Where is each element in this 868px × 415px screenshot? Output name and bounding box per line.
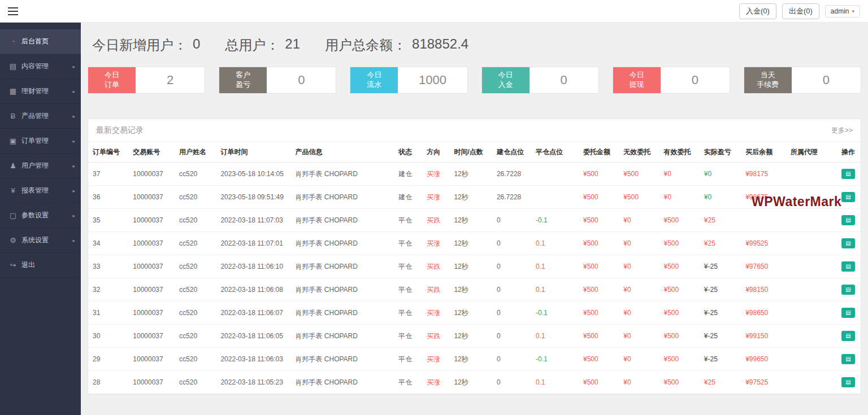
sidebar-menu: ◔后台首页▤内容管理▸▦理财管理▸Ƀ产品管理▸▣订单管理▸♟用户管理▸¥报表管理… xyxy=(0,29,81,278)
sidebar-item-home[interactable]: ◔后台首页 xyxy=(0,29,81,54)
view-order-button[interactable]: ▤ xyxy=(841,354,855,364)
stat-card-value: 0 xyxy=(530,67,598,93)
view-order-button[interactable]: ▤ xyxy=(841,238,855,248)
cell-status: 平仓 xyxy=(394,278,422,302)
cell-status: 平仓 xyxy=(394,255,422,278)
stat-card-today-flow: 今日流水1000 xyxy=(350,67,467,94)
cell-balance: ¥99525 xyxy=(741,232,786,255)
summary-label: 总用户： xyxy=(225,36,279,54)
cell-account: 10000037 xyxy=(128,163,175,186)
view-order-button[interactable]: ▤ xyxy=(841,192,855,202)
cell-balance: ¥97525 xyxy=(741,371,786,394)
cell-name: cc520 xyxy=(175,163,216,186)
view-order-button[interactable]: ▤ xyxy=(841,308,855,318)
cell-status: 平仓 xyxy=(394,348,422,371)
cell-valid-amount: ¥500 xyxy=(659,371,700,394)
view-order-button[interactable]: ▤ xyxy=(841,169,855,179)
stat-card-value: 0 xyxy=(661,67,730,93)
cell-close-point: -0.1 xyxy=(531,348,579,371)
cell-id: 34 xyxy=(88,232,128,255)
cell-amount: ¥500 xyxy=(579,278,619,302)
stat-card-label: 今日提现 xyxy=(613,67,661,93)
topbar: 入金(0) 出金(0) admin ▾ xyxy=(0,0,868,23)
summary-stat-total-users: 总用户：21 xyxy=(225,36,300,54)
sidebar-item-report[interactable]: ¥报表管理▸ xyxy=(0,178,81,203)
dashboard-icon: ◔ xyxy=(8,37,18,46)
stat-card-label: 当天手续费 xyxy=(744,67,792,93)
cell-valid-amount: ¥500 xyxy=(659,232,700,255)
more-link[interactable]: 更多>> xyxy=(831,126,853,136)
user-menu[interactable]: admin ▾ xyxy=(825,5,860,18)
cell-direction: 买涨 xyxy=(422,348,449,371)
column-header: 用户姓名 xyxy=(175,142,216,163)
withdraw-button[interactable]: 出金(0) xyxy=(782,3,819,19)
cell-time: 2022-03-18 11:07:03 xyxy=(216,209,290,232)
cell-time: 2022-03-18 11:06:10 xyxy=(216,255,290,278)
summary-value: 0 xyxy=(193,36,200,54)
menu-toggle-icon[interactable] xyxy=(8,7,19,15)
column-header: 无效委托 xyxy=(619,142,659,163)
cell-valid-amount: ¥500 xyxy=(659,348,700,371)
cell-amount: ¥500 xyxy=(579,163,619,186)
cell-duration: 12秒 xyxy=(449,255,492,278)
chevron-right-icon: ▸ xyxy=(72,163,75,169)
cell-product: 肖邦手表 CHOPARD xyxy=(291,209,394,232)
cell-amount: ¥500 xyxy=(579,325,619,348)
cell-operation: ▤ xyxy=(837,163,861,186)
sidebar-item-content[interactable]: ▤内容管理▸ xyxy=(0,54,81,79)
cell-status: 平仓 xyxy=(394,209,422,232)
cell-valid-amount: ¥500 xyxy=(659,302,700,325)
view-order-button[interactable]: ▤ xyxy=(841,331,855,341)
cell-invalid-amount: ¥0 xyxy=(619,325,659,348)
cell-name: cc520 xyxy=(175,302,216,325)
cell-invalid-amount: ¥0 xyxy=(619,209,659,232)
stat-card-label: 客户盈亏 xyxy=(219,67,267,93)
cell-operation: ▤ xyxy=(837,209,861,232)
deposit-button[interactable]: 入金(0) xyxy=(739,3,776,19)
cell-close-point: 0.1 xyxy=(531,371,579,394)
stat-card-label-line2: 流水 xyxy=(367,80,381,90)
view-order-button[interactable]: ▤ xyxy=(841,215,855,225)
sidebar-item-params[interactable]: ▢参数设置▸ xyxy=(0,203,81,228)
sidebar-item-system[interactable]: ⚙系统设置▸ xyxy=(0,228,81,253)
cell-account: 10000037 xyxy=(128,255,175,278)
cell-name: cc520 xyxy=(175,186,216,209)
table-row: 3110000037cc5202022-03-18 11:06:07肖邦手表 C… xyxy=(88,302,861,325)
cell-open-point: 0 xyxy=(492,278,531,302)
user-menu-label: admin xyxy=(831,7,849,15)
stat-card-label-line1: 今日 xyxy=(367,71,381,80)
sidebar-item-finance[interactable]: ▦理财管理▸ xyxy=(0,79,81,104)
yen-icon: ¥ xyxy=(8,186,18,195)
view-order-button[interactable]: ▤ xyxy=(841,377,855,387)
cell-invalid-amount: ¥0 xyxy=(619,232,659,255)
view-order-button[interactable]: ▤ xyxy=(841,285,855,295)
summary-value: 818852.4 xyxy=(412,36,468,54)
view-order-button[interactable]: ▤ xyxy=(841,261,855,272)
cell-operation: ▤ xyxy=(837,278,861,302)
sidebar-item-user[interactable]: ♟用户管理▸ xyxy=(0,154,81,178)
stat-card-today-deposit: 今日入金0 xyxy=(481,67,599,94)
cell-id: 32 xyxy=(88,278,128,302)
chevron-right-icon: ▸ xyxy=(72,188,75,194)
cell-product: 肖邦手表 CHOPARD xyxy=(291,232,394,255)
cell-valid-amount: ¥500 xyxy=(659,209,700,232)
stat-card-value: 0 xyxy=(267,67,336,93)
cell-duration: 12秒 xyxy=(449,186,492,209)
cell-balance: ¥99150 xyxy=(741,325,786,348)
cell-duration: 12秒 xyxy=(449,302,492,325)
sidebar: ◔后台首页▤内容管理▸▦理财管理▸Ƀ产品管理▸▣订单管理▸♟用户管理▸¥报表管理… xyxy=(0,23,81,415)
cell-id: 37 xyxy=(88,163,128,186)
sidebar-item-logout[interactable]: ↪退出 xyxy=(0,253,81,278)
cell-valid-amount: ¥500 xyxy=(659,255,700,278)
chevron-right-icon: ▸ xyxy=(72,213,75,219)
column-header: 订单编号 xyxy=(88,142,128,163)
cell-profit: ¥-25 xyxy=(700,325,741,348)
sidebar-item-order[interactable]: ▣订单管理▸ xyxy=(0,129,81,154)
watermark: WPWaterMark xyxy=(752,194,841,209)
column-header: 平仓点位 xyxy=(531,142,579,163)
cell-profit: ¥-25 xyxy=(700,348,741,371)
cell-invalid-amount: ¥0 xyxy=(619,371,659,394)
cell-name: cc520 xyxy=(175,255,216,278)
sidebar-item-product[interactable]: Ƀ产品管理▸ xyxy=(0,104,81,129)
cell-agent xyxy=(786,163,837,186)
